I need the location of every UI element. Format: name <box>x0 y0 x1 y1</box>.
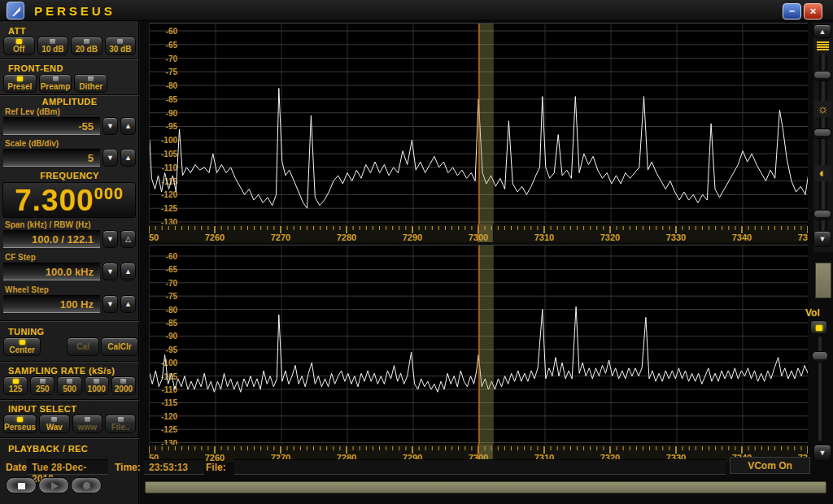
led-indicator <box>118 417 124 422</box>
tuning-button-cal[interactable]: Cal <box>67 337 99 356</box>
frequency-display[interactable]: 7.300000 <box>2 182 136 218</box>
sampling-rate-button-250[interactable]: 250 <box>30 376 55 395</box>
scroll-elevator[interactable] <box>815 263 831 298</box>
tuning-button-center[interactable]: Center <box>3 337 41 356</box>
freq-tick-label: 7340 <box>732 232 752 242</box>
slider-handle[interactable] <box>813 210 831 220</box>
db-tick-label: -60 <box>166 27 178 36</box>
cf-step-down-button[interactable]: ▼ <box>102 263 118 280</box>
att-button-10-db[interactable]: 10 dB <box>37 37 69 55</box>
led-indicator <box>88 76 94 81</box>
contrast-icon[interactable]: ◐ <box>814 165 831 181</box>
freq-tick-label: 7320 <box>600 232 620 242</box>
secondary-axis-down-button[interactable]: ▼ <box>813 445 831 461</box>
record-icon <box>83 482 90 489</box>
wheel-step-up-button[interactable]: ▲ <box>120 295 136 313</box>
wheel-step-field[interactable]: 100 Hz <box>3 295 100 313</box>
wheel-step-label: Wheel Step <box>5 285 49 294</box>
span-field[interactable]: 100.0 / 122.1 <box>3 230 100 248</box>
led-indicator <box>53 76 59 81</box>
front-end-button-preamp[interactable]: Preamp <box>39 74 72 93</box>
scale-down-button[interactable]: ▼ <box>102 149 118 167</box>
button-label: Presel <box>7 83 32 91</box>
button-label: 10 dB <box>41 46 63 54</box>
playback-position-bar[interactable] <box>145 481 826 493</box>
scale-field[interactable]: 5 <box>3 149 100 167</box>
button-label: Center <box>9 346 35 354</box>
frequency-sub-digits: 000 <box>94 185 124 202</box>
cf-step-up-button[interactable]: ▲ <box>120 263 136 280</box>
sampling-rate-button-500[interactable]: 500 <box>57 376 81 395</box>
menu-lines-icon[interactable] <box>814 40 831 53</box>
db-tick-label: -130 <box>161 218 177 224</box>
cf-step-field[interactable]: 100.0 kHz <box>3 263 100 280</box>
secondary-spectrum-plot[interactable]: -60-65-70-75-80-85-90-95-100-105-110-115… <box>149 245 808 445</box>
att-button-off[interactable]: Off <box>3 37 35 55</box>
wheel-step-down-button[interactable]: ▼ <box>102 295 118 313</box>
led-indicator <box>50 39 55 44</box>
db-tick-label: -75 <box>166 292 178 301</box>
minimize-button[interactable]: − <box>783 3 801 20</box>
freq-tick-label: 7280 <box>337 232 356 242</box>
input-select-button-wav[interactable]: Wav <box>39 415 70 433</box>
record-button[interactable] <box>71 477 102 493</box>
brightness-sun-icon[interactable]: ☼ <box>814 101 831 117</box>
button-label: 500 <box>63 385 76 393</box>
divider <box>0 59 139 60</box>
att-button-20-db[interactable]: 20 dB <box>71 37 102 55</box>
front-end-button-dither[interactable]: Dither <box>74 74 107 93</box>
ref-lev-field[interactable]: -55 <box>3 117 100 135</box>
divider <box>0 399 139 401</box>
file-label: File: <box>206 462 226 473</box>
transport-controls <box>6 477 102 493</box>
main-spectrum-plot[interactable]: -60-65-70-75-80-85-90-95-100-105-110-115… <box>149 23 808 224</box>
db-tick-label: -80 <box>166 81 178 90</box>
control-panel: ATT Off10 dB20 dB30 dB FRONT-END PreselP… <box>0 21 139 504</box>
sampling-rate-button-125[interactable]: 125 <box>3 376 28 395</box>
button-label: 250 <box>36 385 50 393</box>
scroll-up-button[interactable]: ▲ <box>813 24 831 38</box>
freq-tick-label: 7330 <box>666 232 686 242</box>
main-axis-down-button[interactable]: ▼ <box>813 231 831 247</box>
db-tick-label: -60 <box>166 252 178 261</box>
passband-marker <box>480 245 494 445</box>
ref-lev-down-button[interactable]: ▼ <box>102 117 118 135</box>
sampling-rate-button-1000[interactable]: 1000 <box>85 376 109 395</box>
amplitude-header: AMPLITUDE <box>0 97 139 106</box>
input-select-button-www[interactable]: www <box>72 415 103 433</box>
db-tick-label: -110 <box>162 163 178 172</box>
span-down-button[interactable]: ▼ <box>102 230 118 248</box>
stop-button[interactable] <box>6 477 37 493</box>
db-tick-label: -115 <box>162 398 178 407</box>
app-logo-icon <box>7 2 24 20</box>
span-up-button[interactable]: △ <box>120 230 136 248</box>
input-select-button-perseus[interactable]: Perseus <box>3 415 37 433</box>
close-button[interactable]: × <box>804 3 822 20</box>
perseus-window: PERSEUS − × ATT Off10 dB20 dB30 dB FRONT… <box>0 0 833 504</box>
freq-tick-label: 7290 <box>403 232 422 242</box>
volume-mute-button[interactable] <box>810 320 827 334</box>
ref-lev-up-button[interactable]: ▲ <box>120 117 136 135</box>
main-frequency-axis: 7250726072707280729073007310732073307340… <box>149 224 808 242</box>
button-label: 2000 <box>115 385 133 393</box>
passband-marker <box>480 24 494 224</box>
sampling-rate-button-2000[interactable]: 2000 <box>111 376 136 395</box>
input-select-button-file-[interactable]: File.. <box>105 415 136 433</box>
vcom-status-badge[interactable]: VCom On <box>730 457 810 474</box>
slider-handle[interactable] <box>813 128 831 139</box>
att-button-30-db[interactable]: 30 dB <box>105 37 137 55</box>
display-toolbar: ▲ ☼ ◐ <box>813 23 833 252</box>
tuning-button-calclr[interactable]: CalClr <box>101 337 138 356</box>
app-title: PERSEUS <box>34 4 116 18</box>
db-tick-label: -85 <box>166 95 178 104</box>
volume-slider-handle[interactable] <box>812 351 828 363</box>
slider-handle[interactable] <box>813 71 831 81</box>
db-tick-label: -95 <box>166 345 178 354</box>
frequency-header: FREQUENCY <box>0 171 139 180</box>
play-button[interactable] <box>38 477 69 493</box>
front-end-button-presel[interactable]: Presel <box>3 74 37 93</box>
scale-up-button[interactable]: ▲ <box>120 149 136 167</box>
freq-tick-label: 7270 <box>271 232 290 242</box>
title-bar[interactable]: PERSEUS − × <box>0 0 833 21</box>
db-tick-label: -125 <box>161 425 177 434</box>
